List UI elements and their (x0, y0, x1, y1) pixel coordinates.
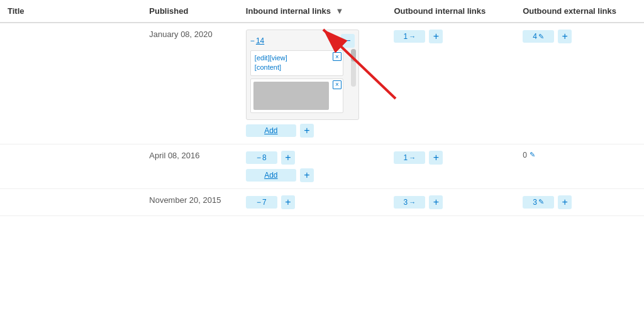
outbound-int-plus-button[interactable]: + (429, 30, 443, 43)
outbound-ext-link-button[interactable]: 4✎ (523, 30, 554, 43)
row-1-outbound-int: 1→ + (386, 144, 515, 188)
close-link-button[interactable]: × (333, 52, 341, 61)
inbound-plus-button-2[interactable]: + (281, 195, 295, 209)
row-1-title (0, 144, 142, 188)
row-0-outbound-ext: 4✎ + (515, 23, 644, 144)
inbound-plus-button[interactable]: + (281, 151, 295, 165)
link-item-text-content: [edit][view] [content] (255, 53, 287, 73)
col-published-header: Published (142, 0, 238, 23)
dropdown-header: −14 − (250, 34, 355, 48)
row-2-outbound-int: 3→ + (386, 188, 515, 215)
outbound-ext-plus-button[interactable]: + (558, 30, 572, 43)
inbound-dropdown-panel: −14 − [edit][view] [content] (246, 30, 359, 120)
inbound-link-count: −14 (250, 36, 264, 45)
inbound-link-button-2[interactable]: −7 (246, 196, 277, 209)
row-0-inbound: −14 − [edit][view] [content] (238, 23, 387, 144)
row-2-published: November 20, 2015 (142, 188, 238, 215)
table-header-row: Title Published Inbound internal links ▼… (0, 0, 644, 23)
add-row: Add + (246, 124, 379, 138)
inbound-link-button[interactable]: −8 (246, 151, 277, 164)
outbound-int-link-button-1[interactable]: 1→ (394, 151, 425, 164)
col-outbound-int-header: Outbound internal links (386, 0, 515, 23)
row-1-published: April 08, 2016 (142, 144, 238, 188)
outbound-ext-plus-button-2[interactable]: + (558, 195, 572, 209)
row-2-outbound-ext: 3✎ + (515, 188, 644, 215)
outbound-int-link-button-2[interactable]: 3→ (394, 196, 425, 209)
table-row: November 20, 2015 −7 + 3→ + (0, 188, 644, 215)
sort-arrow-icon: ▼ (336, 6, 344, 16)
outbound-int-cell-2: 3→ + (394, 195, 508, 209)
add-row-1: Add + (246, 168, 379, 182)
close-image-button[interactable]: × (333, 80, 341, 89)
col-inbound-header[interactable]: Inbound internal links ▼ (238, 0, 387, 23)
main-table-wrapper: Title Published Inbound internal links ▼… (0, 0, 644, 216)
link-item-image-content (253, 82, 329, 110)
row-2-title (0, 188, 142, 215)
row-0-title (0, 23, 142, 144)
col-title-header: Title (0, 0, 142, 23)
outbound-int-plus-button-1[interactable]: + (429, 151, 443, 165)
table-row: January 08, 2020 −14 − (0, 23, 644, 144)
outbound-ext-link-button-2[interactable]: 3✎ (523, 196, 554, 209)
row-1-outbound-ext: 0 ✎ (515, 144, 644, 188)
collapse-button[interactable]: − (341, 34, 355, 48)
outbound-int-plus-button-2[interactable]: + (429, 195, 443, 209)
outbound-ext-value-1: 0 ✎ (523, 151, 636, 160)
row-0-published: January 08, 2020 (142, 23, 238, 144)
inbound-link-cell-2: −7 + (246, 195, 379, 209)
edit-pencil-icon[interactable]: ✎ (530, 151, 535, 159)
add-plus-button[interactable]: + (300, 124, 314, 138)
outbound-ext-cell-2: 3✎ + (523, 195, 636, 209)
inbound-link-cell: −8 + (246, 151, 379, 165)
links-table: Title Published Inbound internal links ▼… (0, 0, 644, 216)
outbound-int-cell-1: 1→ + (394, 151, 508, 165)
table-row: April 08, 2016 −8 + Add + (0, 144, 644, 188)
add-plus-button-1[interactable]: + (300, 168, 314, 182)
scrollbar-track[interactable] (351, 49, 356, 87)
row-1-inbound: −8 + Add + (238, 144, 387, 188)
add-link-button[interactable]: Add (246, 124, 296, 137)
link-item-text: [edit][view] [content] × (250, 50, 343, 76)
outbound-int-link-button[interactable]: 1→ (394, 30, 425, 43)
row-0-outbound-int: 1→ + (386, 23, 515, 144)
col-outbound-ext-header: Outbound external links (515, 0, 644, 23)
scrollbar-thumb (351, 49, 356, 62)
outbound-ext-cell: 4✎ + (523, 30, 636, 43)
row-2-inbound: −7 + (238, 188, 387, 215)
link-item-image: × (250, 79, 343, 113)
add-link-button-1[interactable]: Add (246, 169, 296, 182)
outbound-int-cell: 1→ + (394, 30, 508, 43)
